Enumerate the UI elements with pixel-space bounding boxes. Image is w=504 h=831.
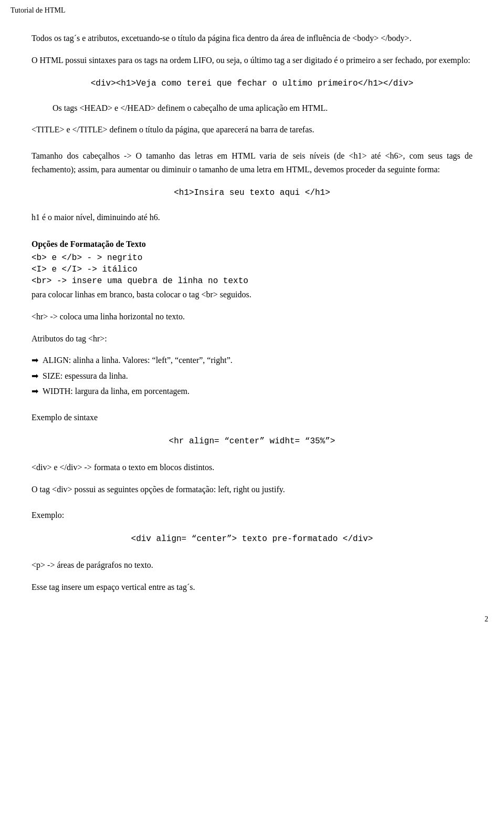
div-example: <div align= “center”> texto pre-formatad… bbox=[32, 533, 472, 546]
hr-example: <hr align= “center” widht= “35%”> bbox=[32, 435, 472, 449]
page-header: Tutorial de HTML bbox=[10, 6, 65, 15]
arrow-icon-3: ➡ bbox=[32, 385, 38, 398]
lifo-paragraph: O HTML possui sintaxes para os tags na o… bbox=[32, 54, 472, 67]
arrow-icon-2: ➡ bbox=[32, 369, 38, 383]
head-tags-paragraph: Os tags <HEAD> e </HEAD> definem o cabeç… bbox=[52, 101, 472, 115]
headings-paragraph: Tamanho dos cabeçalhos -> O tamanho das … bbox=[32, 149, 472, 176]
p-explanation: Esse tag insere um espaço vertical entre… bbox=[32, 580, 472, 594]
title-tags-paragraph: <TITLE> e </TITLE> definem o título da p… bbox=[32, 123, 472, 137]
width-attribute-text: WIDTH: largura da linha, em porcentagem. bbox=[43, 385, 190, 398]
formatting-section: Opções de Formatação de Texto <b> e </b>… bbox=[32, 240, 472, 398]
align-attribute-item: ➡ ALIGN: alinha a linha. Valores: “left”… bbox=[32, 354, 472, 367]
p-section: <p> -> áreas de parágrafos no texto. Ess… bbox=[32, 558, 472, 594]
size-attribute-item: ➡ SIZE: espessura da linha. bbox=[32, 369, 472, 383]
example-sintaxe-label: Exemplo de sintaxe bbox=[32, 411, 472, 424]
div-explanation: O tag <div> possui as seguintes opções d… bbox=[32, 483, 472, 496]
formatting-title: Opções de Formatação de Texto bbox=[32, 240, 472, 249]
example-section2: Exemplo: <div align= “center”> texto pre… bbox=[32, 508, 472, 546]
div-tag: <div> e </div> -> formata o texto em blo… bbox=[32, 461, 472, 474]
code-example1: <div><h1>Veja como terei que fechar o ul… bbox=[32, 77, 472, 91]
br-explanation: para colocar linhas em branco, basta col… bbox=[32, 288, 472, 302]
align-attribute-text: ALIGN: alinha a linha. Valores: “left”, … bbox=[43, 354, 233, 367]
p-tag: <p> -> áreas de parágrafos no texto. bbox=[32, 558, 472, 572]
page-number: 2 bbox=[485, 615, 488, 624]
bold-tag: <b> e </b> - > negrito bbox=[32, 253, 472, 263]
br-tag: <br> -> insere uma quebra de linha no te… bbox=[32, 276, 472, 286]
header-title: Tutorial de HTML bbox=[10, 6, 65, 14]
h1-explanation: h1 é o maior nível, diminuindo até h6. bbox=[32, 211, 472, 224]
size-attribute-text: SIZE: espessura da linha. bbox=[43, 369, 128, 383]
italic-tag: <I> e </I> -> itálico bbox=[32, 265, 472, 274]
hr-tag: <hr> -> coloca uma linha horizontal no t… bbox=[32, 310, 472, 324]
arrow-icon-1: ➡ bbox=[32, 354, 38, 367]
intro-paragraph1: Todos os tag´s e atributos, excetuando-s… bbox=[32, 32, 472, 45]
example-label2: Exemplo: bbox=[32, 508, 472, 522]
div-section: <div> e </div> -> formata o texto em blo… bbox=[32, 461, 472, 496]
example-sintaxe-section: Exemplo de sintaxe <hr align= “center” w… bbox=[32, 411, 472, 448]
h1-example: <h1>Insira seu texto aqui </h1> bbox=[32, 186, 472, 200]
hr-attributes-label: Atributos do tag <hr>: bbox=[32, 332, 472, 346]
width-attribute-item: ➡ WIDTH: largura da linha, em porcentage… bbox=[32, 385, 472, 398]
